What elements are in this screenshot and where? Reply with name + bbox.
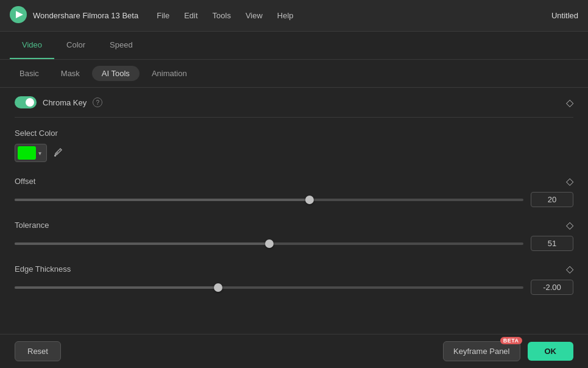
tab-speed[interactable]: Speed bbox=[97, 32, 145, 59]
chroma-key-toggle[interactable] bbox=[15, 96, 37, 108]
color-picker-row: ▾ bbox=[15, 144, 573, 162]
tab-color[interactable]: Color bbox=[54, 32, 97, 59]
keyframe-diamond-offset[interactable]: ◇ bbox=[566, 175, 573, 187]
tab-video[interactable]: Video bbox=[10, 32, 54, 59]
app-logo bbox=[10, 6, 33, 25]
menu-edit[interactable]: Edit bbox=[184, 11, 197, 20]
edge-thickness-slider-track bbox=[15, 286, 523, 289]
edge-thickness-slider-row: -2.00 bbox=[15, 280, 573, 295]
tolerance-slider-track-container[interactable] bbox=[15, 238, 523, 249]
subtab-animation[interactable]: Animation bbox=[142, 66, 197, 81]
edge-thickness-slider-thumb[interactable] bbox=[214, 283, 222, 292]
tolerance-slider-fill bbox=[15, 242, 269, 245]
menu-view[interactable]: View bbox=[246, 11, 263, 20]
content-area: Chroma Key ? ◇ Select Color ▾ bbox=[0, 88, 588, 299]
subtab-ai-tools[interactable]: AI Tools bbox=[92, 66, 140, 81]
menu-tools[interactable]: Tools bbox=[213, 11, 231, 20]
eyedropper-button[interactable] bbox=[52, 147, 63, 158]
offset-label: Offset bbox=[15, 177, 35, 186]
bottom-bar: Reset Keyframe Panel BETA OK bbox=[0, 334, 588, 368]
keyframe-diamond-tolerance[interactable]: ◇ bbox=[566, 219, 573, 231]
keyframe-diamond-edge[interactable]: ◇ bbox=[566, 263, 573, 275]
color-dropdown-arrow: ▾ bbox=[38, 150, 41, 157]
tolerance-section: Tolerance ◇ 51 bbox=[15, 211, 573, 255]
tolerance-slider-row: 51 bbox=[15, 236, 573, 251]
edge-thickness-slider-track-container[interactable] bbox=[15, 282, 523, 293]
chroma-key-label: Chroma Key bbox=[43, 98, 87, 107]
bottom-right-actions: Keyframe Panel BETA OK bbox=[443, 341, 573, 361]
eyedropper-icon bbox=[52, 147, 63, 158]
edge-thickness-section: Edge Thickness ◇ -2.00 bbox=[15, 255, 573, 299]
toggle-track[interactable] bbox=[15, 96, 37, 108]
color-swatch-button[interactable]: ▾ bbox=[15, 144, 47, 162]
chroma-key-left: Chroma Key ? bbox=[15, 96, 102, 108]
sub-tabs: Basic Mask AI Tools Animation bbox=[0, 60, 588, 88]
offset-slider-thumb[interactable] bbox=[305, 196, 314, 204]
offset-slider-fill bbox=[15, 199, 310, 201]
ok-button[interactable]: OK bbox=[528, 342, 574, 361]
svg-rect-2 bbox=[54, 155, 56, 157]
title-bar: Wondershare Filmora 13 Beta File Edit To… bbox=[0, 0, 588, 32]
menu-bar: File Edit Tools View Help bbox=[157, 11, 551, 20]
top-tabs: Video Color Speed bbox=[0, 32, 588, 60]
reset-button[interactable]: Reset bbox=[15, 341, 61, 361]
tolerance-label: Tolerance bbox=[15, 221, 49, 230]
select-color-section: Select Color ▾ bbox=[15, 118, 573, 167]
chroma-key-header: Chroma Key ? ◇ bbox=[15, 88, 573, 118]
offset-slider-track-container[interactable] bbox=[15, 194, 523, 205]
window-title: Untitled bbox=[551, 11, 578, 20]
menu-help[interactable]: Help bbox=[277, 11, 294, 20]
main-panel: Video Color Speed Basic Mask AI Tools An… bbox=[0, 32, 588, 368]
toggle-thumb bbox=[26, 98, 34, 107]
keyframe-panel-button[interactable]: Keyframe Panel BETA bbox=[443, 341, 520, 361]
beta-badge: BETA bbox=[500, 337, 522, 344]
offset-header: Offset ◇ bbox=[15, 175, 573, 187]
edge-thickness-label: Edge Thickness bbox=[15, 264, 71, 274]
offset-slider-row: 20 bbox=[15, 192, 573, 207]
edge-thickness-slider-fill bbox=[15, 286, 218, 289]
edge-thickness-header: Edge Thickness ◇ bbox=[15, 263, 573, 275]
keyframe-diamond-chroma[interactable]: ◇ bbox=[566, 97, 573, 108]
select-color-label: Select Color bbox=[15, 129, 573, 138]
edge-thickness-value-input[interactable]: -2.00 bbox=[531, 280, 573, 295]
tolerance-slider-thumb[interactable] bbox=[265, 239, 274, 248]
menu-file[interactable]: File bbox=[157, 11, 169, 20]
tolerance-header: Tolerance ◇ bbox=[15, 219, 573, 231]
subtab-basic[interactable]: Basic bbox=[10, 66, 49, 81]
offset-slider-track bbox=[15, 199, 523, 201]
subtab-mask[interactable]: Mask bbox=[51, 66, 90, 81]
tolerance-slider-track bbox=[15, 242, 523, 245]
app-name: Wondershare Filmora 13 Beta bbox=[33, 11, 138, 20]
help-icon[interactable]: ? bbox=[93, 97, 102, 107]
color-swatch bbox=[18, 146, 36, 160]
offset-section: Offset ◇ 20 bbox=[15, 167, 573, 211]
offset-value-input[interactable]: 20 bbox=[531, 192, 573, 207]
tolerance-value-input[interactable]: 51 bbox=[531, 236, 573, 251]
